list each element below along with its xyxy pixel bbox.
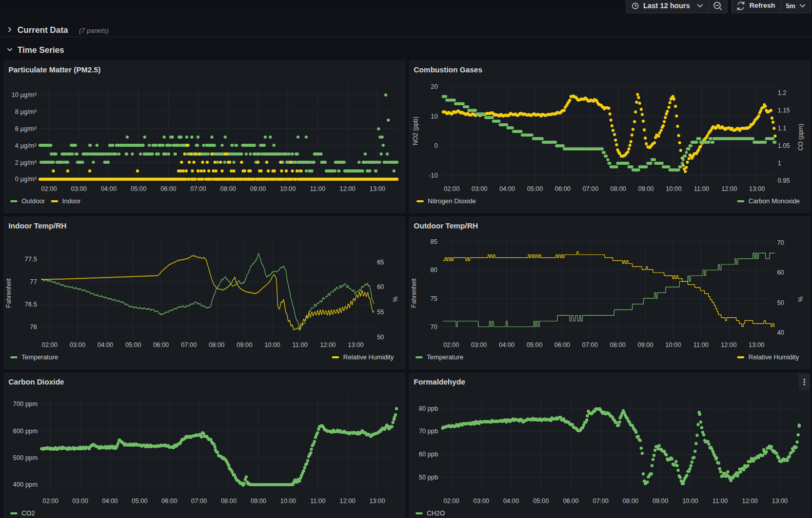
svg-text:1.2: 1.2 xyxy=(778,89,786,97)
svg-text:4 µg/m³: 4 µg/m³ xyxy=(15,142,36,149)
svg-text:%: % xyxy=(392,296,399,302)
svg-text:Formaldehyde: Formaldehyde xyxy=(414,378,465,386)
svg-text:40: 40 xyxy=(777,329,784,336)
svg-text:50 ppb: 50 ppb xyxy=(419,474,438,481)
svg-text:08:00: 08:00 xyxy=(610,185,626,193)
svg-text:02:00: 02:00 xyxy=(444,497,460,505)
svg-text:12:00: 12:00 xyxy=(320,341,336,349)
svg-text:11:00: 11:00 xyxy=(712,497,728,505)
svg-text:Relative Humidity: Relative Humidity xyxy=(748,354,799,361)
svg-text:07:00: 07:00 xyxy=(191,497,207,505)
svg-text:6 µg/m³: 6 µg/m³ xyxy=(15,125,36,132)
svg-text:76: 76 xyxy=(30,323,37,331)
svg-text:06:00: 06:00 xyxy=(554,341,570,349)
svg-text:Fahrenheit: Fahrenheit xyxy=(5,278,12,308)
svg-text:0 µg/m³: 0 µg/m³ xyxy=(15,176,36,183)
svg-text:400 ppm: 400 ppm xyxy=(13,481,37,488)
svg-text:13:00: 13:00 xyxy=(748,341,764,349)
svg-text:06:00: 06:00 xyxy=(162,497,177,505)
svg-text:11:00: 11:00 xyxy=(694,185,709,193)
svg-text:04:00: 04:00 xyxy=(101,185,117,193)
svg-text:-10: -10 xyxy=(429,172,438,179)
svg-text:08:00: 08:00 xyxy=(221,497,237,505)
svg-text:Indoor Temp/RH: Indoor Temp/RH xyxy=(9,222,67,230)
svg-text:12:00: 12:00 xyxy=(721,341,737,349)
svg-text:77.5: 77.5 xyxy=(25,256,37,263)
svg-text:10:00: 10:00 xyxy=(264,341,280,349)
svg-text:05:00: 05:00 xyxy=(125,341,141,349)
svg-text:06:00: 06:00 xyxy=(563,497,579,505)
svg-text:02:00: 02:00 xyxy=(42,341,57,349)
svg-text:1.15: 1.15 xyxy=(778,107,790,114)
svg-text:60: 60 xyxy=(777,269,784,276)
svg-text:04:00: 04:00 xyxy=(499,185,515,193)
svg-text:600 ppm: 600 ppm xyxy=(13,428,37,435)
svg-text:13:00: 13:00 xyxy=(749,185,765,193)
svg-text:1: 1 xyxy=(778,160,781,167)
svg-text:05:00: 05:00 xyxy=(527,341,543,349)
svg-text:Fahrenheit: Fahrenheit xyxy=(410,278,418,308)
svg-text:CH2O: CH2O xyxy=(427,510,445,517)
svg-text:08:00: 08:00 xyxy=(623,497,639,505)
svg-text:70 ppb: 70 ppb xyxy=(419,428,438,435)
svg-text:%: % xyxy=(797,296,804,302)
svg-text:Relative Humidity: Relative Humidity xyxy=(343,354,394,361)
svg-text:06:00: 06:00 xyxy=(153,341,169,349)
svg-text:09:00: 09:00 xyxy=(652,497,668,505)
svg-text:05:00: 05:00 xyxy=(527,185,543,193)
svg-text:10 µg/m³: 10 µg/m³ xyxy=(11,91,36,99)
svg-text:1.1: 1.1 xyxy=(778,125,786,132)
svg-text:08:00: 08:00 xyxy=(209,341,225,349)
svg-text:13:00: 13:00 xyxy=(369,497,385,505)
svg-text:70: 70 xyxy=(777,239,784,246)
svg-text:03:00: 03:00 xyxy=(72,497,88,505)
svg-text:10:00: 10:00 xyxy=(665,341,681,349)
svg-text:0: 0 xyxy=(434,142,438,149)
svg-text:CO (ppm): CO (ppm) xyxy=(797,124,804,151)
svg-text:02:00: 02:00 xyxy=(41,185,57,193)
svg-text:12:00: 12:00 xyxy=(721,185,737,193)
svg-text:NO2 (ppb): NO2 (ppb) xyxy=(412,117,419,145)
svg-text:11:00: 11:00 xyxy=(292,341,308,349)
svg-text:70: 70 xyxy=(430,323,438,331)
svg-text:75: 75 xyxy=(430,295,438,302)
svg-text:05:00: 05:00 xyxy=(132,497,148,505)
svg-text:04:00: 04:00 xyxy=(503,497,519,505)
svg-text:1.05: 1.05 xyxy=(778,142,790,149)
svg-text:06:00: 06:00 xyxy=(555,185,571,193)
svg-text:60 ppb: 60 ppb xyxy=(419,451,438,458)
svg-text:03:00: 03:00 xyxy=(70,341,86,349)
svg-text:Temperature: Temperature xyxy=(427,354,463,361)
svg-text:8 µg/m³: 8 µg/m³ xyxy=(15,108,36,116)
svg-text:07:00: 07:00 xyxy=(181,341,197,349)
svg-text:76.5: 76.5 xyxy=(25,301,37,308)
svg-text:05:00: 05:00 xyxy=(533,497,549,505)
svg-text:03:00: 03:00 xyxy=(473,497,489,505)
svg-text:13:00: 13:00 xyxy=(369,185,385,193)
svg-text:Particulate Matter (PM2.5): Particulate Matter (PM2.5) xyxy=(9,66,101,74)
svg-text:55: 55 xyxy=(377,309,384,316)
svg-text:09:00: 09:00 xyxy=(250,497,266,505)
svg-text:13:00: 13:00 xyxy=(348,341,364,349)
svg-text:60: 60 xyxy=(377,283,384,291)
svg-text:03:00: 03:00 xyxy=(471,341,487,349)
svg-text:11:00: 11:00 xyxy=(694,341,709,349)
svg-text:10:00: 10:00 xyxy=(682,497,698,505)
svg-text:11:00: 11:00 xyxy=(310,185,325,193)
svg-text:50: 50 xyxy=(377,334,384,341)
svg-text:Temperature: Temperature xyxy=(22,354,58,361)
svg-text:80: 80 xyxy=(430,266,438,274)
svg-text:Outdoor: Outdoor xyxy=(22,198,46,205)
svg-text:50: 50 xyxy=(777,299,784,306)
svg-text:13:00: 13:00 xyxy=(772,497,788,505)
svg-text:Indoor: Indoor xyxy=(62,198,81,205)
svg-text:10: 10 xyxy=(431,113,438,120)
svg-text:Outdoor Temp/RH: Outdoor Temp/RH xyxy=(414,222,478,230)
svg-text:03:00: 03:00 xyxy=(71,185,87,193)
svg-text:10:00: 10:00 xyxy=(280,185,296,193)
svg-text:02:00: 02:00 xyxy=(444,185,460,193)
svg-text:02:00: 02:00 xyxy=(43,497,58,505)
svg-text:11:00: 11:00 xyxy=(310,497,326,505)
svg-text:2 µg/m³: 2 µg/m³ xyxy=(15,159,36,166)
svg-text:09:00: 09:00 xyxy=(236,341,252,349)
